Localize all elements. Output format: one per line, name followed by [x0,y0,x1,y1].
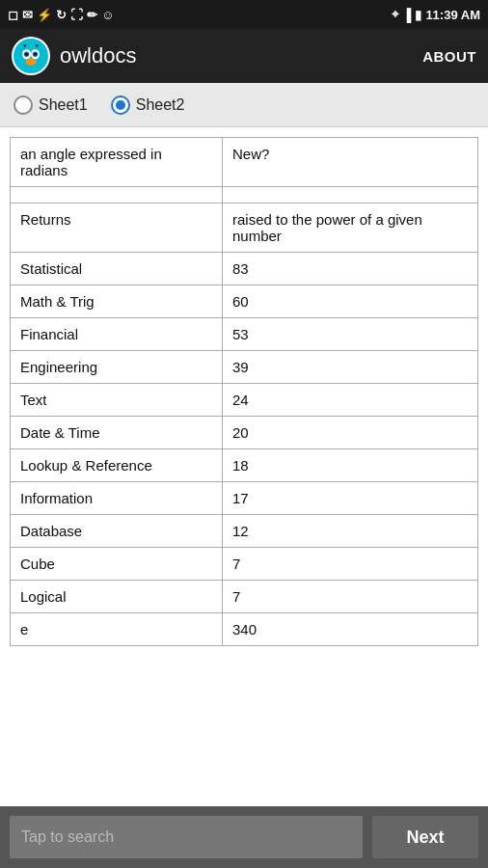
table-row: e340 [11,613,478,646]
next-button[interactable]: Next [372,816,478,858]
table-cell-col1: Engineering [11,351,223,384]
table-cell-col1: Information [11,482,223,515]
table-cell-col2: 7 [223,581,478,613]
app-bar-left: owldocs [12,37,136,75]
table-row: Logical7 [11,581,478,613]
status-icons-right: ⌖ ▐ ▮ 11:39 AM [392,7,480,22]
table-row: Text24 [11,384,478,417]
android-icon: ☺ [101,8,114,22]
table-row: an angle expressed in radiansNew? [11,138,478,187]
signal-icon: ▐ [402,8,411,22]
table-row [11,187,478,203]
table-cell-col1: Cube [11,548,223,581]
table-cell-col1: Returns [11,203,223,253]
svg-point-6 [34,53,37,56]
table-row: Lookup & Reference18 [11,449,478,482]
table-cell-col1: Financial [11,318,223,351]
table-cell-col1: e [11,613,223,646]
about-button[interactable]: ABOUT [422,48,476,65]
table-cell-col2: New? [223,138,478,187]
search-input[interactable] [10,816,363,858]
message-icon: ✉ [22,8,33,22]
table-cell-col1: Logical [11,581,223,613]
sheet-selector: Sheet1 Sheet2 [0,83,488,127]
sheet2-label: Sheet2 [136,96,185,114]
table-row: Returnsraised to the power of a given nu… [11,203,478,253]
status-bar: ◻ ✉ ⚡ ↻ ⛶ ✏ ☺ ⌖ ▐ ▮ 11:39 AM [0,0,488,29]
svg-point-5 [25,53,28,56]
svg-point-7 [26,59,37,66]
table-cell-col2: 39 [223,351,478,384]
table-row: Math & Trig60 [11,285,478,318]
table-cell-col1: Date & Time [11,417,223,449]
notification-icon: ◻ [8,8,18,22]
main-content: an angle expressed in radiansNew?Returns… [0,127,488,806]
table-row: Information17 [11,482,478,515]
refresh-icon: ↻ [56,8,67,22]
table-row: Database12 [11,515,478,548]
table-row: Cube7 [11,548,478,581]
svg-point-0 [14,39,48,73]
app-title: owldocs [60,43,136,68]
battery-icon: ▮ [415,8,421,22]
wifi-icon: ⌖ [392,7,398,22]
bottom-bar: Next [0,806,488,868]
table-row: Statistical83 [11,253,478,285]
table-cell-col2: 83 [223,253,478,285]
table-cell-col2: 24 [223,384,478,417]
table-cell-col1: Text [11,384,223,417]
table-cell-col1: Math & Trig [11,285,223,318]
image-icon: ⛶ [70,8,83,22]
time-display: 11:39 AM [425,8,480,22]
data-table: an angle expressed in radiansNew?Returns… [10,137,478,646]
sheet2-radio-selected [116,100,125,110]
table-cell-col1 [11,187,223,203]
sheet2-option[interactable]: Sheet2 [111,95,185,115]
table-cell-col2: 340 [223,613,478,646]
sheet1-label: Sheet1 [39,96,88,114]
sheet1-radio[interactable] [14,95,33,115]
table-row: Date & Time20 [11,417,478,449]
table-row: Financial53 [11,318,478,351]
table-cell-col2 [223,187,478,203]
app-bar: owldocs ABOUT [0,29,488,83]
table-body: an angle expressed in radiansNew?Returns… [11,138,478,646]
table-cell-col2: 18 [223,449,478,482]
table-cell-col2: raised to the power of a given number [223,203,478,253]
table-cell-col2: 20 [223,417,478,449]
brush-icon: ✏ [87,8,97,22]
table-cell-col2: 12 [223,515,478,548]
table-cell-col2: 53 [223,318,478,351]
table-cell-col2: 17 [223,482,478,515]
table-cell-col1: Statistical [11,253,223,285]
table-cell-col1: Database [11,515,223,548]
table-cell-col2: 7 [223,548,478,581]
usb-icon: ⚡ [37,8,52,22]
table-row: Engineering39 [11,351,478,384]
sheet1-option[interactable]: Sheet1 [14,95,88,115]
app-logo [12,37,50,75]
sheet2-radio[interactable] [111,95,130,115]
table-cell-col2: 60 [223,285,478,318]
status-icons-left: ◻ ✉ ⚡ ↻ ⛶ ✏ ☺ [8,8,114,22]
table-cell-col1: an angle expressed in radians [11,138,223,187]
table-cell-col1: Lookup & Reference [11,449,223,482]
